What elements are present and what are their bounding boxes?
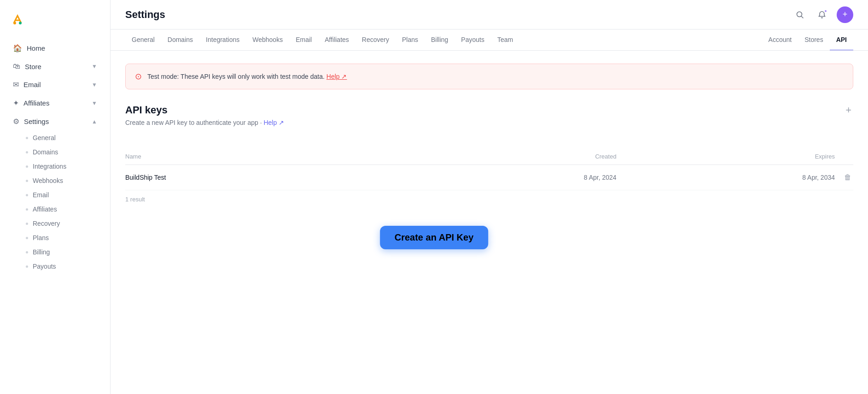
chevron-up-icon: ▲	[92, 118, 97, 125]
subnav-item-general[interactable]: General	[4, 131, 106, 145]
subnav-item-webhooks[interactable]: Webhooks	[4, 174, 106, 188]
subnav-dot	[26, 151, 28, 153]
subnav-dot	[26, 137, 28, 139]
subnav-dot	[26, 265, 28, 268]
chevron-down-icon: ▼	[92, 82, 97, 88]
tab-recovery[interactable]: Recovery	[355, 29, 396, 51]
tab-api[interactable]: API	[830, 29, 853, 51]
warning-icon: ⊙	[135, 71, 142, 82]
subnav-dot	[26, 223, 28, 225]
tab-general[interactable]: General	[125, 29, 161, 51]
col-header-created: Created	[398, 148, 616, 165]
subnav-item-email[interactable]: Email	[4, 188, 106, 202]
subtitle-text: Create a new API key to authenticate you…	[125, 119, 262, 126]
notification-dot	[824, 9, 827, 13]
api-keys-subtitle: Create a new API key to authenticate you…	[125, 119, 284, 126]
topbar: Settings +	[111, 0, 868, 29]
subnav-item-domains-label: Domains	[33, 148, 58, 156]
svg-point-0	[9, 11, 26, 28]
tab-integrations[interactable]: Integrations	[199, 29, 246, 51]
subnav-item-payouts[interactable]: Payouts	[4, 259, 106, 273]
test-mode-banner: ⊙ Test mode: These API keys will only wo…	[125, 64, 853, 89]
subnav-item-plans[interactable]: Plans	[4, 231, 106, 245]
subnav-item-domains[interactable]: Domains	[4, 145, 106, 159]
tab-domains[interactable]: Domains	[161, 29, 199, 51]
warning-message: Test mode: These API keys will only work…	[147, 73, 325, 80]
settings-tabs: General Domains Integrations Webhooks Em…	[111, 29, 868, 51]
tab-webhooks[interactable]: Webhooks	[246, 29, 289, 51]
svg-point-1	[13, 22, 16, 24]
tab-email[interactable]: Email	[289, 29, 318, 51]
sidebar-item-store[interactable]: 🛍 Store ▼	[4, 58, 106, 75]
api-keys-header-text: API keys Create a new API key to authent…	[125, 104, 284, 126]
subnav-item-recovery[interactable]: Recovery	[4, 217, 106, 230]
page-title: Settings	[125, 9, 165, 21]
subnav-dot	[26, 194, 28, 196]
tabs-right-group: Account Stores API	[762, 29, 853, 50]
sidebar-item-affiliates-label: Affiliates	[23, 99, 87, 107]
api-keys-table: Name Created Expires BuildShip Test 8 Ap…	[125, 148, 853, 190]
tab-plans[interactable]: Plans	[396, 29, 425, 51]
sidebar-item-settings-label: Settings	[24, 118, 87, 125]
svg-point-3	[797, 12, 802, 17]
tab-billing[interactable]: Billing	[425, 29, 454, 51]
col-header-action	[835, 148, 853, 165]
content-area: ⊙ Test mode: These API keys will only wo…	[111, 51, 868, 394]
table-row: BuildShip Test 8 Apr, 2024 8 Apr, 2034 🗑	[125, 165, 853, 190]
subnav-item-affiliates-label: Affiliates	[33, 206, 57, 213]
help-link[interactable]: Help ↗	[263, 119, 284, 126]
subnav-item-integrations[interactable]: Integrations	[4, 159, 106, 173]
sidebar-item-home-label: Home	[27, 44, 97, 52]
tab-payouts[interactable]: Payouts	[454, 29, 491, 51]
subnav-item-billing-label: Billing	[33, 248, 50, 256]
email-icon: ✉	[13, 80, 19, 89]
subnav-item-payouts-label: Payouts	[33, 263, 56, 270]
subnav-dot	[26, 237, 28, 239]
sidebar: 🏠 Home 🛍 Store ▼ ✉ Email ▼ ✦ Affiliates …	[0, 0, 111, 394]
search-icon	[796, 11, 804, 19]
sidebar-item-email[interactable]: ✉ Email ▼	[4, 76, 106, 94]
tab-affiliates[interactable]: Affiliates	[318, 29, 355, 51]
subnav-item-general-label: General	[33, 134, 56, 141]
api-key-expires: 8 Apr, 2034	[617, 165, 835, 190]
subnav-item-webhooks-label: Webhooks	[33, 177, 63, 184]
tab-account[interactable]: Account	[762, 29, 798, 51]
user-avatar-button[interactable]: +	[837, 6, 853, 23]
home-icon: 🏠	[13, 44, 22, 53]
subnav-item-integrations-label: Integrations	[33, 163, 66, 170]
settings-subnav: General Domains Integrations Webhooks Em…	[0, 131, 110, 273]
subnav-item-plans-label: Plans	[33, 234, 49, 241]
store-icon: 🛍	[13, 62, 20, 71]
search-button[interactable]	[792, 7, 807, 22]
api-keys-title: API keys	[125, 104, 284, 116]
sidebar-item-store-label: Store	[25, 63, 87, 71]
sidebar-navigation: 🏠 Home 🛍 Store ▼ ✉ Email ▼ ✦ Affiliates …	[0, 39, 110, 387]
logo[interactable]	[0, 7, 110, 39]
delete-api-key-button[interactable]: 🗑	[842, 171, 853, 183]
tab-team[interactable]: Team	[491, 29, 519, 51]
notifications-button[interactable]	[815, 7, 829, 22]
sidebar-item-email-label: Email	[23, 81, 87, 88]
col-header-expires: Expires	[617, 148, 835, 165]
test-mode-text: Test mode: These API keys will only work…	[147, 73, 347, 80]
api-key-name: BuildShip Test	[125, 165, 398, 190]
subnav-item-email-label: Email	[33, 191, 49, 199]
svg-point-2	[19, 22, 22, 24]
sidebar-item-settings[interactable]: ⚙ Settings ▲	[4, 112, 106, 130]
topbar-actions: +	[792, 6, 853, 23]
affiliates-icon: ✦	[13, 99, 19, 107]
subnav-item-recovery-label: Recovery	[33, 220, 60, 227]
api-key-action: 🗑	[835, 165, 853, 190]
subnav-item-affiliates[interactable]: Affiliates	[4, 202, 106, 216]
add-api-key-button[interactable]: +	[844, 104, 853, 116]
sidebar-item-home[interactable]: 🏠 Home	[4, 39, 106, 57]
warning-help-link[interactable]: Help ↗	[326, 73, 347, 80]
main-content: Settings + General Domains Integrations …	[111, 0, 868, 394]
result-count: 1 result	[125, 196, 853, 203]
subnav-item-billing[interactable]: Billing	[4, 245, 106, 259]
tab-stores[interactable]: Stores	[798, 29, 829, 51]
settings-icon: ⚙	[13, 117, 19, 126]
sidebar-item-affiliates[interactable]: ✦ Affiliates ▼	[4, 94, 106, 112]
subnav-dot	[26, 208, 28, 211]
create-api-key-button[interactable]: Create an API Key	[380, 226, 489, 249]
